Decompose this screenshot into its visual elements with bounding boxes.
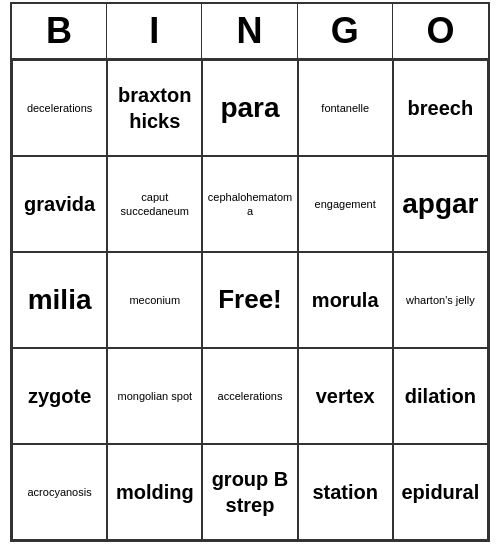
bingo-cell-11: meconium <box>107 252 202 348</box>
bingo-cell-18: vertex <box>298 348 393 444</box>
bingo-cell-7: cephalohematoma <box>202 156 297 252</box>
bingo-cell-22: group B strep <box>202 444 297 540</box>
bingo-cell-9: apgar <box>393 156 488 252</box>
bingo-cell-23: station <box>298 444 393 540</box>
bingo-cell-3: fontanelle <box>298 60 393 156</box>
bingo-cell-13: morula <box>298 252 393 348</box>
bingo-cell-4: breech <box>393 60 488 156</box>
bingo-cell-6: caput succedaneum <box>107 156 202 252</box>
bingo-cell-19: dilation <box>393 348 488 444</box>
bingo-cell-0: decelerations <box>12 60 107 156</box>
bingo-cell-21: molding <box>107 444 202 540</box>
header-letter-i: I <box>107 4 202 58</box>
bingo-header: BINGO <box>12 4 488 60</box>
bingo-cell-16: mongolian spot <box>107 348 202 444</box>
bingo-cell-10: milia <box>12 252 107 348</box>
bingo-cell-8: engagement <box>298 156 393 252</box>
header-letter-b: B <box>12 4 107 58</box>
header-letter-g: G <box>298 4 393 58</box>
header-letter-o: O <box>393 4 488 58</box>
bingo-cell-1: braxton hicks <box>107 60 202 156</box>
header-letter-n: N <box>202 4 297 58</box>
bingo-card: BINGO decelerationsbraxton hicksparafont… <box>10 2 490 542</box>
bingo-cell-17: accelerations <box>202 348 297 444</box>
bingo-cell-24: epidural <box>393 444 488 540</box>
bingo-cell-5: gravida <box>12 156 107 252</box>
bingo-cell-20: acrocyanosis <box>12 444 107 540</box>
bingo-cell-12: Free! <box>202 252 297 348</box>
bingo-cell-2: para <box>202 60 297 156</box>
bingo-grid: decelerationsbraxton hicksparafontanelle… <box>12 60 488 540</box>
bingo-cell-15: zygote <box>12 348 107 444</box>
bingo-cell-14: wharton's jelly <box>393 252 488 348</box>
